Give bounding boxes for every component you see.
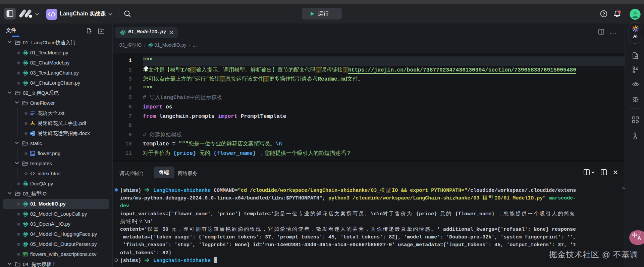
svg-text:W: W [31,132,33,135]
svg-text:?: ? [602,12,605,16]
